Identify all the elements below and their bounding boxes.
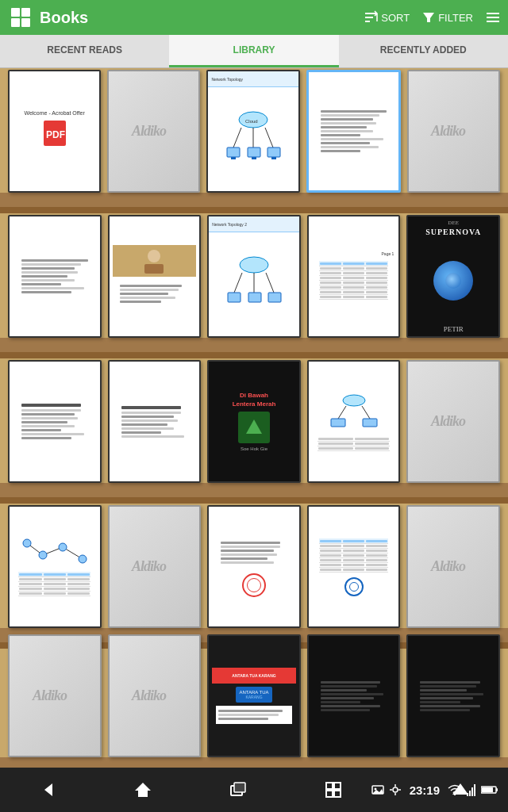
svg-rect-22	[267, 147, 280, 157]
svg-rect-40	[331, 419, 345, 427]
svg-point-47	[39, 551, 47, 559]
svg-rect-9	[487, 13, 499, 14]
top-bar: Books SORT FILTER	[0, 0, 508, 35]
svg-line-19	[265, 128, 273, 147]
aldiko-logo: Aldiko	[130, 118, 178, 145]
svg-marker-55	[135, 783, 151, 797]
app-icon	[8, 5, 33, 30]
signal-icon	[467, 783, 476, 796]
book-1-4[interactable]	[306, 70, 401, 193]
svg-point-49	[79, 555, 87, 563]
shelf-row-2: Network Topology 2 Page 1	[0, 213, 508, 352]
svg-rect-23	[231, 157, 236, 159]
svg-marker-36	[246, 419, 262, 434]
svg-line-17	[233, 128, 241, 147]
book-2-2[interactable]	[108, 215, 202, 338]
book-1-2[interactable]: Aldiko	[107, 70, 200, 193]
svg-line-39	[362, 406, 370, 419]
home-button[interactable]	[124, 771, 162, 809]
svg-rect-28	[144, 264, 164, 274]
book-5-5[interactable]	[406, 634, 500, 757]
book-3-5[interactable]: Aldiko	[406, 360, 500, 483]
book-2-3[interactable]: Network Topology 2	[207, 215, 301, 338]
book-1-3[interactable]: Network Topology Cloud	[206, 70, 299, 193]
bookshelf: Welcome - Acrobat Offer PDF Aldiko	[0, 68, 508, 768]
book-5-1[interactable]: Aldiko	[8, 634, 102, 757]
svg-text:Aldiko: Aldiko	[32, 688, 67, 703]
book-4-5[interactable]: Aldiko	[406, 505, 500, 628]
svg-rect-2	[11, 18, 20, 27]
pdf-icon: PDF	[42, 119, 67, 153]
wifi-icon	[448, 784, 462, 795]
svg-point-29	[240, 257, 268, 273]
svg-rect-10	[487, 17, 499, 18]
svg-rect-33	[228, 293, 241, 302]
screenshot-button[interactable]	[314, 771, 352, 809]
tab-recent-reads[interactable]: RECENT READS	[0, 35, 169, 67]
svg-text:PDF: PDF	[46, 129, 65, 140]
svg-rect-75	[474, 784, 475, 796]
book-4-4[interactable]	[307, 505, 401, 628]
svg-rect-74	[471, 787, 473, 796]
filter-label: FILTER	[438, 12, 473, 24]
svg-rect-21	[248, 147, 260, 157]
book-4-3[interactable]	[207, 505, 301, 628]
svg-text:Aldiko: Aldiko	[131, 688, 167, 703]
book-1-1[interactable]: Welcome - Acrobat Offer PDF	[8, 70, 101, 193]
book-3-3[interactable]: Di BawahLentera Merah Soe Hok Gie	[207, 360, 301, 483]
sort-label: SORT	[381, 12, 410, 24]
svg-line-30	[234, 273, 242, 293]
svg-point-66	[393, 787, 398, 792]
book-5-3[interactable]: ANTARA TUA KARANG ANTARA TUA KARANG	[207, 634, 301, 757]
shelf-row-5: Aldiko Aldiko ANTARA TUA KARANG	[0, 649, 508, 768]
book-3-1[interactable]	[8, 360, 102, 483]
svg-line-32	[266, 273, 274, 293]
status-bar: 23:19	[349, 768, 508, 812]
svg-marker-65	[372, 789, 383, 794]
svg-point-46	[23, 539, 31, 547]
svg-rect-34	[248, 293, 261, 302]
recents-button[interactable]	[219, 771, 257, 809]
shelf-row-1: Welcome - Acrobat Offer PDF Aldiko	[0, 68, 508, 207]
book-5-2[interactable]: Aldiko	[108, 634, 202, 757]
svg-rect-3	[21, 18, 30, 27]
book-3-2[interactable]	[108, 360, 202, 483]
svg-marker-8	[423, 13, 434, 22]
svg-rect-25	[271, 157, 276, 159]
time-display: 23:19	[410, 783, 440, 797]
tabs-bar: RECENT READS LIBRARY RECENTLY ADDED	[0, 35, 508, 68]
svg-text:Cloud: Cloud	[245, 119, 258, 124]
book-5-4[interactable]	[307, 634, 401, 757]
book-4-2[interactable]: Aldiko	[108, 505, 202, 628]
svg-text:Aldiko: Aldiko	[131, 558, 167, 574]
app-title: Books	[40, 9, 357, 27]
svg-rect-1	[21, 8, 30, 17]
sort-button[interactable]: SORT	[364, 10, 410, 25]
svg-point-48	[59, 543, 67, 551]
svg-marker-54	[44, 783, 52, 796]
svg-text:Aldiko: Aldiko	[430, 558, 466, 574]
book-4-1[interactable]	[8, 505, 102, 628]
svg-point-37	[343, 395, 365, 406]
shelf-row-3: Di BawahLentera Merah Soe Hok Gie	[0, 358, 508, 497]
filter-button[interactable]: FILTER	[422, 11, 473, 24]
svg-rect-58	[326, 783, 333, 789]
book-1-5[interactable]: Aldiko	[407, 70, 500, 193]
svg-text:Aldiko: Aldiko	[430, 123, 466, 139]
book-3-4[interactable]	[307, 360, 401, 483]
navigation-bar: 23:19	[0, 768, 508, 812]
svg-text:Aldiko: Aldiko	[131, 123, 167, 139]
svg-rect-72	[467, 793, 468, 796]
svg-rect-77	[496, 788, 498, 791]
tab-library[interactable]: LIBRARY	[169, 35, 338, 67]
tab-recently-added[interactable]: RECENTLY ADDED	[339, 35, 508, 67]
settings-icon	[389, 783, 402, 796]
top-actions: SORT FILTER	[364, 10, 500, 25]
svg-point-71	[454, 794, 456, 795]
menu-button[interactable]	[486, 10, 500, 25]
book-2-4[interactable]: Page 1	[307, 215, 401, 338]
book-2-5[interactable]: DEE SUPERNOVA PETIR	[406, 215, 500, 338]
svg-rect-57	[234, 783, 245, 792]
back-button[interactable]	[29, 771, 67, 809]
book-2-1[interactable]	[8, 215, 102, 338]
